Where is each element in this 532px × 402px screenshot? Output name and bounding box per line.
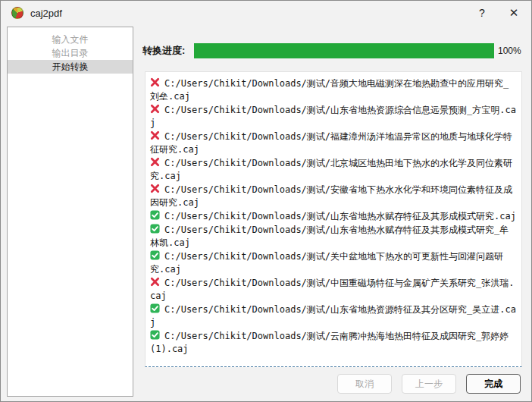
error-x-icon [150,77,160,87]
file-path: C:/Users/Chikit/Downloads/测试/福建漳州汤洋地温异常区… [150,131,512,155]
success-check-icon [150,330,160,340]
progress-bar [194,43,494,58]
close-button[interactable]: ✕ [498,1,530,25]
file-path: C:/Users/Chikit/Downloads/测试/山东省地热资源综合信息… [150,105,516,128]
status-icon [150,224,160,234]
file-row: C:/Users/Chikit/Downloads/测试/安徽省地下热水水化学和… [150,184,517,209]
status-icon [150,184,160,193]
file-path: C:/Users/Chikit/Downloads/测试/关中盆地地下热水的可更… [150,251,503,275]
status-icon [150,277,160,287]
progress-row: 转换进度: 100% [142,42,524,58]
status-icon [150,330,160,340]
wizard-button[interactable]: 取消 [337,374,392,394]
file-row: C:/Users/Chikit/Downloads/测试/山东省地热资源综合信息… [150,104,517,130]
file-row: C:/Users/Chikit/Downloads/测试/福建漳州汤洋地温异常区… [150,130,517,156]
file-path: C:/Users/Chikit/Downloads/测试/山东省地热水赋存特征及… [164,211,516,221]
sidebar-step-item[interactable]: 开始转换 [8,60,133,74]
progress-label: 转换进度: [142,44,185,58]
progress-percent: 100% [498,46,524,56]
file-path: C:/Users/Chikit/Downloads/测试/中国重磁场特征与金属矿… [150,278,515,301]
status-icon [150,210,160,220]
window-title: caj2pdf [30,8,62,19]
file-path: C:/Users/Chikit/Downloads/测试/云南腾冲热海地热田特征… [150,331,509,354]
error-x-icon [150,277,160,287]
file-row: C:/Users/Chikit/Downloads/测试/云南腾冲热海地热田特征… [150,330,517,356]
success-check-icon [150,303,160,313]
status-icon [150,104,160,114]
steps-sidebar: 输入文件 输出目录 开始转换 [7,27,133,397]
status-icon [150,130,160,140]
status-icon [150,77,160,87]
error-x-icon [150,157,160,167]
status-icon [150,157,160,167]
status-icon [150,303,160,313]
file-row: C:/Users/Chikit/Downloads/测试/山东省地热水赋存特征及… [150,210,517,223]
file-path: C:/Users/Chikit/Downloads/测试/安徽省地下热水水化学和… [150,184,512,208]
file-path: C:/Users/Chikit/Downloads/测试/北京城区地热田地下热水… [150,158,512,181]
wizard-button[interactable]: 上一步 [402,374,456,394]
success-check-icon [150,224,160,234]
file-row: C:/Users/Chikit/Downloads/测试/关中盆地地下热水的可更… [150,250,517,276]
file-row: C:/Users/Chikit/Downloads/测试/山东省地热水赋存特征及… [150,224,517,250]
status-icon [150,250,160,260]
help-button[interactable]: ? [466,1,498,25]
titlebar: caj2pdf ? ✕ [1,1,531,25]
wizard-button[interactable]: 完成 [466,374,521,394]
success-check-icon [150,210,160,220]
sidebar-step-label: 输出目录 [52,48,89,58]
app-icon [11,7,23,19]
sidebar-step-item[interactable]: 输出目录 [8,46,133,60]
file-list[interactable]: C:/Users/Chikit/Downloads/测试/音频大地电磁测深在地热… [145,71,522,367]
success-check-icon [150,250,160,260]
file-row: C:/Users/Chikit/Downloads/测试/中国重磁场特征与金属矿… [150,277,517,303]
file-path: C:/Users/Chikit/Downloads/测试/山东省地热水赋存特征及… [150,225,509,248]
file-path: C:/Users/Chikit/Downloads/测试/山东省地热资源特征及其… [150,304,516,328]
sidebar-step-item[interactable]: 输入文件 [8,33,133,46]
file-row: C:/Users/Chikit/Downloads/测试/音频大地电磁测深在地热… [150,77,517,103]
error-x-icon [150,184,160,193]
titlebar-buttons: ? ✕ [466,1,531,25]
sidebar-step-label: 输入文件 [52,34,89,45]
file-row: C:/Users/Chikit/Downloads/测试/北京城区地热田地下热水… [150,157,517,183]
error-x-icon [150,104,160,114]
footer-buttons: 取消上一步完成 [337,374,521,394]
progress-bar-fill [194,43,494,58]
file-row: C:/Users/Chikit/Downloads/测试/山东省地热资源特征及其… [150,303,517,329]
sidebar-step-label: 开始转换 [52,61,89,72]
file-path: C:/Users/Chikit/Downloads/测试/音频大地电磁测深在地热… [150,78,509,102]
caj2pdf-window: { "window": { "title": "caj2pdf", "help_… [0,0,532,402]
error-x-icon [150,130,160,140]
